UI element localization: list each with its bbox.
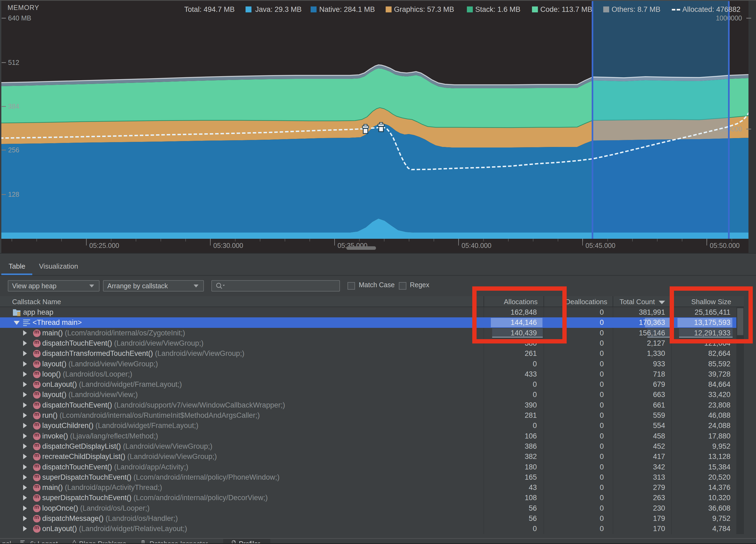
svg-text:05:25.000: 05:25.000 xyxy=(89,242,119,249)
svg-text:05:50.000: 05:50.000 xyxy=(710,242,740,249)
svg-text:05:30.000: 05:30.000 xyxy=(213,242,243,249)
svg-text:384: 384 xyxy=(8,102,19,110)
svg-text:05:40.000: 05:40.000 xyxy=(462,242,491,249)
svg-text:512: 512 xyxy=(8,59,19,66)
svg-text:05:45.000: 05:45.000 xyxy=(585,242,615,249)
svg-text:128: 128 xyxy=(8,190,19,198)
svg-text:640 MB: 640 MB xyxy=(8,14,31,22)
svg-text:256: 256 xyxy=(8,146,19,154)
